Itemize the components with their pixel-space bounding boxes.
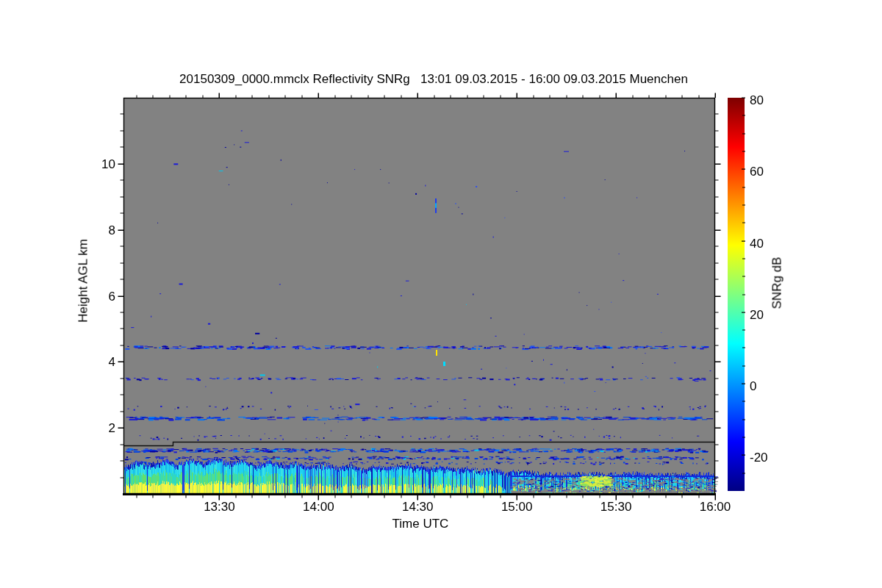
y-axis-title: Height AGL km xyxy=(77,239,90,323)
x-tick-label: 15:00 xyxy=(501,501,533,513)
x-tick-label: 13:30 xyxy=(204,501,235,513)
chart-title: 20150309_0000.mmclx Reflectivity SNRg 13… xyxy=(0,73,867,85)
x-axis-title: Time UTC xyxy=(0,517,841,530)
colorbar-tick-label: -20 xyxy=(750,451,768,464)
colorbar-tick-label: 20 xyxy=(750,308,764,320)
reflectivity-heatmap-canvas xyxy=(0,0,882,588)
colorbar-tick-label: 80 xyxy=(750,94,764,107)
colorbar-tick-label: 40 xyxy=(750,237,764,249)
radar-reflectivity-quicklook: 20150309_0000.mmclx Reflectivity SNRg 13… xyxy=(0,0,882,588)
x-tick-label: 16:00 xyxy=(700,501,731,513)
y-tick-label: 2 xyxy=(109,422,115,434)
x-tick-label: 14:30 xyxy=(402,501,434,513)
x-tick-label: 15:30 xyxy=(600,501,632,513)
y-tick-label: 10 xyxy=(101,157,115,170)
x-tick-label: 14:00 xyxy=(303,501,334,513)
colorbar-tick-label: 0 xyxy=(750,380,756,392)
colorbar-title: SNRg dB xyxy=(771,257,784,309)
y-tick-label: 6 xyxy=(109,290,115,302)
colorbar-tick-label: 60 xyxy=(750,165,764,178)
y-tick-label: 8 xyxy=(109,223,115,236)
y-tick-label: 4 xyxy=(109,356,115,368)
